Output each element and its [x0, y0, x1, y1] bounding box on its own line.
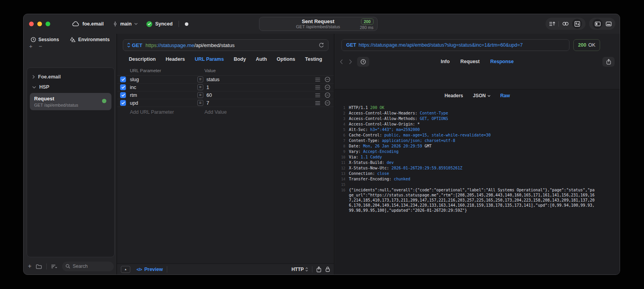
param-enabled-checkbox[interactable]	[120, 92, 126, 98]
tab-environments[interactable]: Environments	[70, 37, 109, 42]
response-status-text: OK	[588, 42, 595, 48]
request-item-subtitle: GET /api/embed/status	[34, 103, 107, 107]
history-back-button[interactable]	[340, 59, 343, 64]
request-item-title: Request	[34, 96, 107, 102]
titlebar-divider	[179, 21, 179, 27]
param-name[interactable]: slug	[130, 77, 197, 82]
sync-box-button-active[interactable]	[572, 19, 582, 29]
tab-description[interactable]: Description	[129, 56, 156, 62]
param-name[interactable]: upd	[130, 100, 197, 106]
param-enabled-checkbox[interactable]	[120, 100, 126, 106]
code-icon: </>	[137, 267, 142, 272]
close-window-button[interactable]	[29, 22, 34, 26]
tab-response-active[interactable]: Response	[490, 59, 514, 64]
tab-environments-label: Environments	[78, 37, 109, 42]
response-lines[interactable]: 1HTTP/1.1 200 OK2Access-Control-Allow-He…	[335, 102, 620, 213]
import-export-button[interactable]	[549, 21, 555, 27]
param-value[interactable]: status	[206, 77, 315, 82]
row-menu-icon[interactable]	[315, 85, 320, 89]
sidebar-search[interactable]	[62, 262, 114, 271]
status-badge: 200	[361, 18, 374, 25]
toggle-bottom-panel-button[interactable]	[606, 21, 612, 27]
new-folder-button[interactable]	[36, 264, 42, 269]
add-session-button[interactable]: +	[29, 44, 33, 49]
sent-request-url[interactable]: GET https://statuspage.me/api/embed/stat…	[341, 39, 569, 51]
subtab-raw-active[interactable]: Raw	[500, 93, 510, 98]
share-icon[interactable]	[316, 266, 321, 273]
subtab-json-dropdown[interactable]: JSON	[473, 93, 491, 98]
link-loop-button[interactable]	[562, 21, 569, 26]
param-value[interactable]: 60	[206, 93, 315, 98]
footer-divider	[312, 266, 312, 273]
remove-param-icon[interactable]	[325, 100, 330, 106]
titlebar-actions	[545, 18, 615, 30]
remove-param-icon[interactable]	[325, 76, 330, 82]
sidebar-footer: +	[28, 261, 114, 271]
tab-info[interactable]: Info	[441, 59, 450, 64]
request-url-bar[interactable]: GET https://statuspage.me/api/embed/stat…	[123, 39, 328, 51]
request-status-dot	[102, 99, 106, 103]
add-param-row: Add URL Parameter Add Value	[117, 107, 334, 115]
layers-icon	[70, 37, 76, 42]
sort-list-button[interactable]	[51, 264, 58, 269]
request-summary-pill[interactable]: Sent Request GET /api/embed/status 200 2…	[259, 17, 377, 31]
protocol-label: HTTP	[292, 267, 304, 272]
remove-session-button[interactable]: −	[39, 44, 42, 49]
resend-request-icon[interactable]	[319, 42, 324, 48]
param-value[interactable]: 1	[206, 85, 315, 90]
tab-request[interactable]: Request	[460, 59, 480, 64]
method-stepper-icon[interactable]	[127, 42, 130, 48]
protocol-selector[interactable]: HTTP	[292, 267, 308, 272]
remove-param-icon[interactable]	[325, 84, 330, 90]
row-menu-icon[interactable]	[315, 93, 320, 97]
url-path: /api/embed/status	[194, 42, 235, 48]
param-enabled-checkbox[interactable]	[120, 84, 126, 90]
project-menu[interactable]: foe.email	[72, 21, 104, 27]
remove-param-icon[interactable]	[325, 92, 330, 98]
tab-url-params-active[interactable]: URL Params	[195, 56, 224, 62]
collapse-panel-button[interactable]: ▲	[121, 266, 130, 273]
subtab-headers[interactable]: Headers	[445, 93, 463, 98]
chevron-down-icon	[487, 95, 491, 97]
row-menu-icon[interactable]	[315, 101, 320, 105]
history-forward-button[interactable]	[349, 59, 352, 64]
lock-icon[interactable]	[325, 266, 330, 272]
add-url-parameter-field[interactable]: Add URL Parameter	[130, 109, 204, 115]
add-value-field[interactable]: Add Value	[204, 109, 227, 115]
param-name[interactable]: inc	[130, 85, 197, 90]
param-enabled-checkbox[interactable]	[120, 76, 126, 82]
row-menu-icon[interactable]	[315, 78, 320, 82]
tab-sessions[interactable]: Sessions	[31, 37, 59, 42]
tab-headers[interactable]: Headers	[166, 56, 185, 62]
param-value[interactable]: 7	[206, 100, 315, 106]
tab-testing[interactable]: Testing	[305, 56, 322, 62]
request-tabs: Description Headers URL Params Body Auth…	[117, 51, 334, 66]
chevron-right-icon	[32, 75, 35, 79]
tab-body[interactable]: Body	[234, 56, 246, 62]
sync-status[interactable]: Synced	[146, 21, 172, 27]
new-request-button[interactable]: +	[28, 264, 31, 269]
tree-group-foe-email[interactable]: Foe.email	[30, 72, 111, 82]
history-clock-button[interactable]	[357, 57, 369, 67]
preview-button[interactable]: </> Preview	[137, 267, 163, 272]
request-method[interactable]: GET	[132, 42, 142, 48]
sidebar-tabs: Sessions Environments	[24, 34, 117, 44]
tab-options[interactable]: Options	[277, 56, 295, 62]
chevron-down-icon	[134, 23, 138, 25]
zoom-window-button[interactable]	[46, 22, 50, 26]
param-name[interactable]: rtm	[130, 93, 197, 98]
branch-icon	[113, 21, 117, 27]
request-duration: 280 ms	[360, 25, 373, 30]
minimize-window-button[interactable]	[37, 22, 42, 26]
tree-group-hsp[interactable]: HSP	[30, 82, 111, 92]
search-icon	[66, 264, 70, 269]
params-table: slug = status	[117, 76, 334, 107]
search-input[interactable]	[73, 264, 110, 269]
param-row: inc = 1	[117, 84, 334, 91]
branch-selector[interactable]: main	[113, 21, 138, 27]
subtab-json-label: JSON	[473, 93, 486, 98]
export-response-button[interactable]	[602, 57, 615, 67]
tab-auth[interactable]: Auth	[256, 56, 267, 62]
toggle-sidebar-button-active[interactable]	[593, 19, 602, 29]
request-list-item-selected[interactable]: Request GET /api/embed/status	[30, 93, 111, 110]
